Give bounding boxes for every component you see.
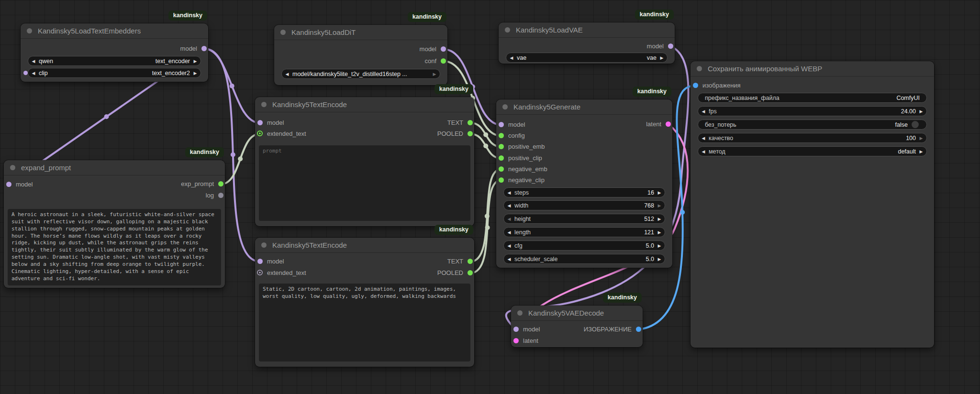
output-slot-ИЗОБРАЖЕНИЕ: ИЗОБРАЖЕНИЕ [511,325,643,334]
widget-value: 5.0 [646,256,654,263]
input-dot-config[interactable] [499,133,504,138]
node-title: Kandinsky5TextEncode [272,241,347,249]
collapse-dot-icon[interactable] [517,310,523,316]
widget-value: 512 [644,216,654,222]
node-titlebar[interactable]: Kandinsky5VAEDecode [511,306,643,321]
toggle-knob[interactable] [912,121,919,128]
collapse-dot-icon[interactable] [10,165,15,170]
widget-width[interactable]: ◀width768▶ [503,200,665,210]
widget-height[interactable]: ◀height512▶ [503,214,665,224]
group-badge: kandinsky [168,11,207,21]
slot-label: latent [646,120,661,128]
widget-без_потерь[interactable]: без_потерьfalse [698,120,927,130]
decrement-arrow-icon[interactable]: ◀ [504,257,514,262]
increment-arrow-icon[interactable]: ▶ [190,71,200,76]
decrement-arrow-icon[interactable]: ◀ [504,230,514,235]
widget-value: 16 [647,189,654,196]
increment-arrow-icon[interactable]: ▶ [916,149,926,154]
collapse-dot-icon[interactable] [697,66,702,71]
widget-vae[interactable]: ◀vaevae▶ [506,53,668,63]
increment-arrow-icon[interactable]: ▶ [654,230,665,235]
node-titlebar[interactable]: Kandinsky5LoadVAE [499,22,675,38]
decrement-arrow-icon[interactable]: ◀ [504,217,514,221]
output-dot-model[interactable] [201,46,207,51]
increment-arrow-icon[interactable]: ▶ [429,72,440,77]
decrement-arrow-icon[interactable]: ◀ [28,59,39,64]
node-generate: kandinskyKandinsky5Generatemodelconfigpo… [496,99,672,268]
widget-steps[interactable]: ◀steps16▶ [503,187,665,197]
prompt-textarea-expand_prompt[interactable]: A heroic astronaut in a sleek, futuristi… [8,209,221,285]
increment-arrow-icon[interactable]: ▶ [916,109,926,114]
widget-префикс_названия_файла[interactable]: префикс_названия_файлаComfyUI [698,93,927,103]
decrement-arrow-icon[interactable]: ◀ [504,243,514,248]
output-dot-log[interactable] [218,193,223,198]
input-slot-изображения: изображения [690,81,934,90]
decrement-arrow-icon[interactable]: ◀ [504,190,514,195]
input-dot-negative_emb[interactable] [499,166,504,172]
increment-arrow-icon[interactable]: ▶ [654,257,665,262]
output-dot-exp_prompt[interactable] [218,181,223,186]
decrement-arrow-icon[interactable]: ◀ [282,72,292,77]
input-dot-positive_clip[interactable] [499,155,504,161]
widget-clip[interactable]: ◀cliptext_encoder2▶ [28,68,201,78]
decrement-arrow-icon[interactable]: ◀ [698,136,709,141]
output-dot-model[interactable] [441,46,446,52]
node-load_vae: kandinskyKandinsky5LoadVAEmodel◀vaevae▶ [499,22,675,64]
output-dot-TEXT[interactable] [468,259,473,264]
increment-arrow-icon[interactable]: ▶ [654,217,665,221]
widget-input-dot[interactable] [23,71,28,75]
input-dot-negative_clip[interactable] [499,177,504,183]
widget-label: fps [709,108,717,115]
collapse-dot-icon[interactable] [261,242,267,248]
node-titlebar[interactable]: Kandinsky5LoadDiT [274,25,447,40]
output-dot-TEXT[interactable] [468,120,473,125]
decrement-arrow-icon[interactable]: ◀ [698,109,709,114]
widget-cfg[interactable]: ◀cfg5.0▶ [503,241,665,251]
link-midpoint-dot [231,153,235,157]
prompt-textarea-text_encode_pos[interactable] [259,145,470,221]
collapse-dot-icon[interactable] [505,27,510,33]
output-dot-latent[interactable] [666,121,671,127]
node-titlebar[interactable]: expand_prompt [4,160,225,175]
output-dot-POOLED[interactable] [468,270,473,275]
widget-value: text_encoder [156,58,190,65]
widget-qwen[interactable]: ◀qwentext_encoder▶ [28,56,201,66]
decrement-arrow-icon[interactable]: ◀ [506,55,517,60]
node-title: Kandinsky5LoadDiT [291,28,356,36]
input-dot-positive_emb[interactable] [499,144,504,149]
widget-value: text_encoder2 [152,70,190,77]
widget-метод[interactable]: ◀методdefault▶ [698,146,927,156]
input-dot-latent[interactable] [513,338,519,343]
widget-качество[interactable]: ◀качество100▶ [698,133,927,143]
increment-arrow-icon[interactable]: ▶ [190,59,200,64]
widget-fps[interactable]: ◀fps24.00▶ [698,106,927,116]
node-titlebar[interactable]: Kandinsky5Generate [496,99,672,115]
increment-arrow-icon[interactable]: ▶ [654,243,665,248]
input-dot-изображения[interactable] [693,83,698,88]
increment-arrow-icon[interactable]: ▶ [916,136,926,141]
output-dot-ИЗОБРАЖЕНИЕ[interactable] [636,327,641,332]
increment-arrow-icon[interactable]: ▶ [657,55,667,60]
decrement-arrow-icon[interactable]: ◀ [28,71,39,76]
graph-canvas[interactable]: kandinskyKandinsky5LoadTextEmbeddersmode… [0,0,980,394]
output-dot-model[interactable] [668,44,673,49]
input-slot-positive_clip: positive_clip [496,153,672,163]
collapse-dot-icon[interactable] [27,28,32,33]
collapse-dot-icon[interactable] [280,30,286,35]
decrement-arrow-icon[interactable]: ◀ [504,203,514,208]
collapse-dot-icon[interactable] [261,102,267,107]
widget-model/kandinsky5lite_t2v_distilled16step ...[interactable]: ◀model/kandinsky5lite_t2v_distilled16ste… [281,69,440,79]
prompt-textarea-text_encode_neg[interactable]: Static, 2D cartoon, cartoon, 2d animatio… [259,284,470,361]
output-dot-POOLED[interactable] [468,131,473,136]
node-titlebar[interactable]: Kandinsky5TextEncode [255,97,474,112]
output-dot-conf[interactable] [441,58,446,64]
increment-arrow-icon[interactable]: ▶ [654,190,665,195]
widget-scheduler_scale[interactable]: ◀scheduler_scale5.0▶ [503,254,665,264]
node-titlebar[interactable]: Kandinsky5TextEncode [255,238,474,253]
node-titlebar[interactable]: Сохранить анимированный WEBP [690,61,934,77]
increment-arrow-icon[interactable]: ▶ [654,203,665,208]
collapse-dot-icon[interactable] [502,104,508,109]
node-titlebar[interactable]: Kandinsky5LoadTextEmbedders [21,23,208,39]
widget-length[interactable]: ◀length121▶ [503,227,665,237]
decrement-arrow-icon[interactable]: ◀ [698,149,709,154]
